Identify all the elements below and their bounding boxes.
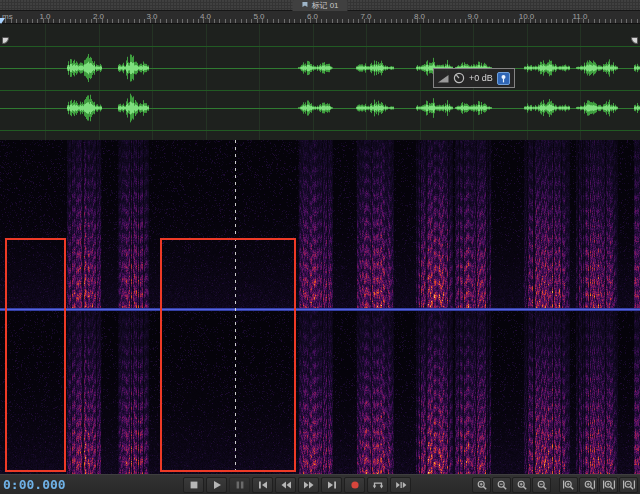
zoom-in-time-button[interactable] <box>472 477 491 493</box>
audio-editor-window: 标记 01 ms 1.02.03.04.05.06.07.08.09.010.0… <box>0 0 640 494</box>
zoom-in-at-out-point-button[interactable] <box>579 477 598 493</box>
selection-rect-1[interactable] <box>5 238 66 472</box>
zoom-in-at-in-point-button[interactable] <box>559 477 578 493</box>
spectrogram-panel <box>0 140 640 474</box>
timecode-display[interactable]: 0:00.000 <box>3 475 66 494</box>
waveform-canvas[interactable] <box>0 24 640 140</box>
transport-controls <box>183 477 411 493</box>
selection-rect-2[interactable] <box>160 238 296 472</box>
marker-icon <box>301 2 308 10</box>
record-button[interactable] <box>344 477 365 493</box>
timeline-ruler[interactable]: ms 1.02.03.04.05.06.07.08.09.010.011.0 <box>0 11 640 24</box>
zoom-out-time-button[interactable] <box>492 477 511 493</box>
zoom-controls <box>472 477 638 493</box>
pin-hud-button[interactable] <box>497 72 510 85</box>
play-button[interactable] <box>206 477 227 493</box>
gain-hud[interactable]: +0 dB <box>433 68 515 88</box>
loop-playback-button[interactable] <box>367 477 388 493</box>
marker-tab-label: 标记 01 <box>311 0 338 11</box>
ruler-ticks <box>0 19 640 23</box>
stop-button[interactable] <box>183 477 204 493</box>
marker-tab[interactable]: 标记 01 <box>292 0 347 11</box>
pause-button[interactable] <box>229 477 250 493</box>
waveform-panel: +0 dB <box>0 24 640 140</box>
skip-selection-button[interactable] <box>390 477 411 493</box>
move-playhead-to-previous-button[interactable] <box>252 477 273 493</box>
panel-header[interactable]: 标记 01 <box>0 0 640 11</box>
zoom-to-selection-button[interactable] <box>599 477 618 493</box>
channel-divider-line <box>0 308 640 311</box>
zoom-in-amplitude-button[interactable] <box>512 477 531 493</box>
gain-knob-icon[interactable] <box>453 72 465 84</box>
spectrogram-canvas[interactable] <box>0 140 640 474</box>
move-playhead-to-next-button[interactable] <box>321 477 342 493</box>
zoom-out-amplitude-button[interactable] <box>532 477 551 493</box>
transport-bar: 0:00.000 <box>0 474 640 494</box>
fast-forward-button[interactable] <box>298 477 319 493</box>
volume-ramp-icon <box>438 74 449 83</box>
rewind-button[interactable] <box>275 477 296 493</box>
gain-value[interactable]: +0 dB <box>469 73 493 83</box>
zoom-out-full-button[interactable] <box>619 477 638 493</box>
